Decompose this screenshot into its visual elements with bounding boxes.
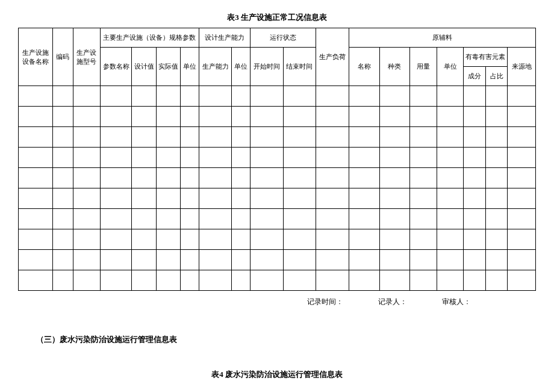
table-cell [316, 168, 349, 188]
table-cell [349, 209, 379, 229]
table-cell [73, 229, 101, 250]
th-code: 编码 [52, 28, 73, 86]
table-cell [485, 188, 507, 209]
table-cell [250, 107, 283, 127]
table-cell [19, 86, 53, 107]
table-cell [52, 188, 73, 209]
th-material-name: 名称 [349, 48, 379, 86]
table-cell [132, 270, 157, 291]
table-cell [181, 168, 199, 188]
table-cell [508, 107, 536, 127]
table-cell [485, 270, 507, 291]
table-row [19, 107, 536, 127]
table-cell [52, 270, 73, 291]
table-cell [464, 148, 485, 168]
table-cell [283, 107, 316, 127]
table-cell [100, 270, 132, 291]
table-cell [19, 209, 53, 229]
table-cell [132, 107, 157, 127]
table-cell [283, 86, 316, 107]
table-cell [349, 188, 379, 209]
table-cell [437, 107, 464, 127]
table-cell [316, 229, 349, 250]
th-material-unit: 单位 [437, 48, 464, 86]
table-cell [19, 270, 53, 291]
table-cell [132, 209, 157, 229]
table-cell [410, 168, 437, 188]
table-cell [437, 270, 464, 291]
table-cell [283, 229, 316, 250]
table-cell [199, 148, 232, 168]
table-cell [232, 86, 250, 107]
table-cell [316, 107, 349, 127]
table-cell [100, 86, 132, 107]
table-cell [156, 127, 181, 148]
th-material-type: 种类 [379, 48, 410, 86]
table-cell [410, 107, 437, 127]
table3-caption: 表3 生产设施正常工况信息表 [18, 12, 536, 23]
table-cell [199, 107, 232, 127]
table-cell [132, 250, 157, 270]
table-cell [379, 107, 410, 127]
table-cell [52, 148, 73, 168]
th-facility-name: 生产设施设备名称 [19, 28, 53, 86]
footer-recorder: 记录人： [378, 297, 407, 307]
th-status-end: 结束时间 [283, 48, 316, 86]
table-cell [132, 148, 157, 168]
table-cell [316, 209, 349, 229]
table-cell [485, 107, 507, 127]
table-cell [410, 127, 437, 148]
table-cell [283, 148, 316, 168]
footer-record-time: 记录时间： [307, 297, 343, 307]
table-cell [232, 250, 250, 270]
table-cell [181, 229, 199, 250]
th-spec-group: 主要生产设施（设备）规格参数 [100, 28, 199, 48]
table-cell [508, 209, 536, 229]
table-cell [100, 107, 132, 127]
table-cell [19, 127, 53, 148]
table-cell [156, 188, 181, 209]
table-cell [199, 127, 232, 148]
th-load: 生产负荷 [316, 28, 349, 86]
table-cell [199, 86, 232, 107]
table-cell [181, 209, 199, 229]
table-cell [181, 148, 199, 168]
table-cell [464, 229, 485, 250]
table-cell [132, 188, 157, 209]
table-cell [19, 188, 53, 209]
table-cell [379, 148, 410, 168]
table-cell [508, 250, 536, 270]
th-harmful-group: 有毒有害元素 [464, 48, 508, 67]
table-cell [410, 86, 437, 107]
table-cell [73, 86, 101, 107]
table-cell [132, 229, 157, 250]
table-cell [316, 148, 349, 168]
table-cell [508, 270, 536, 291]
table-cell [283, 127, 316, 148]
table-cell [410, 188, 437, 209]
table-cell [199, 168, 232, 188]
table3-body [19, 86, 536, 291]
table-cell [181, 107, 199, 127]
table-cell [464, 127, 485, 148]
table-cell [181, 250, 199, 270]
th-capacity-value: 生产能力 [199, 48, 232, 86]
table-cell [73, 188, 101, 209]
table-row [19, 270, 536, 291]
table-cell [52, 86, 73, 107]
table-row [19, 188, 536, 209]
table-cell [464, 270, 485, 291]
table-cell [437, 188, 464, 209]
table-cell [232, 188, 250, 209]
table-cell [379, 209, 410, 229]
table-row [19, 127, 536, 148]
table-cell [232, 270, 250, 291]
table-cell [410, 250, 437, 270]
table-cell [283, 188, 316, 209]
table-cell [250, 168, 283, 188]
table-cell [316, 127, 349, 148]
table-cell [316, 188, 349, 209]
th-capacity-group: 设计生产能力 [199, 28, 250, 48]
th-spec-design-value: 设计值 [132, 48, 157, 86]
table-cell [437, 209, 464, 229]
